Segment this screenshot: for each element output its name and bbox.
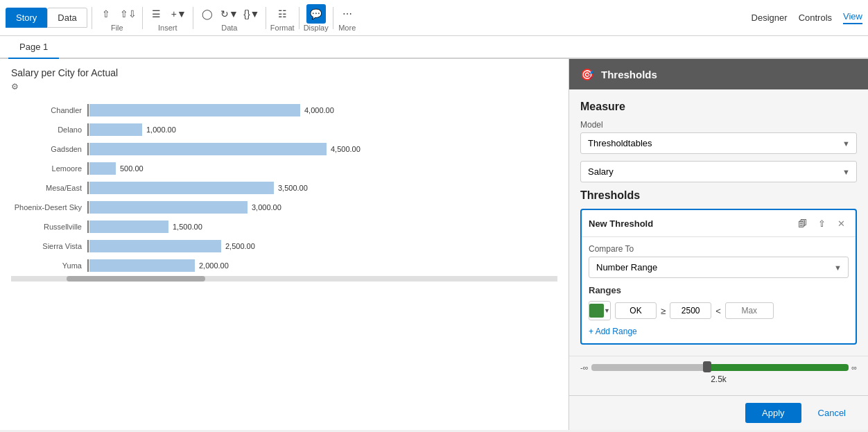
bar-baseline	[87, 221, 89, 233]
bar-label: Gadsden	[11, 145, 87, 153]
compare-to-select[interactable]: Number Range	[589, 257, 849, 278]
range-gte-input[interactable]	[670, 302, 711, 319]
range-status-input[interactable]	[615, 302, 657, 319]
toolbar-section-more: ⋯ More	[338, 4, 357, 32]
apply-button[interactable]: Apply	[745, 403, 801, 423]
bar-value-label: 1,500.00	[173, 223, 202, 231]
format-icon[interactable]: ☷	[272, 4, 292, 24]
field-select[interactable]: Salary	[580, 161, 857, 182]
range-row: ▼ ≥ <	[589, 301, 849, 320]
scrollbar[interactable]	[11, 276, 557, 282]
bar-fill[interactable]	[89, 143, 327, 155]
pointer-icon[interactable]: ⇧⇩	[119, 4, 138, 24]
divider-5	[299, 7, 300, 29]
add-icon[interactable]: +▼	[169, 4, 189, 24]
bar-row: Phoenix-Desert Sky3,000.00	[11, 200, 557, 215]
bar-fill[interactable]	[89, 123, 142, 136]
bar-baseline	[87, 143, 89, 155]
slider-thumb[interactable]	[703, 361, 711, 372]
divider-6	[333, 7, 333, 29]
slider-track[interactable]	[591, 364, 849, 371]
bar-fill[interactable]	[89, 162, 116, 175]
slider-section: -∞ ∞ 2.5k	[569, 356, 868, 395]
bar-row: Sierra Vista2,500.00	[11, 239, 557, 254]
field-select-wrapper: Salary ▼	[580, 161, 857, 182]
undo-icon[interactable]: ⇧	[96, 4, 116, 24]
bar-fill[interactable]	[89, 221, 168, 233]
refresh-icon[interactable]: ↻▼	[220, 4, 239, 24]
threshold-card-header: New Threshold 🗐 ⇧ ✕	[582, 210, 856, 237]
page-tab-1[interactable]: Page 1	[8, 36, 59, 59]
cancel-button[interactable]: Cancel	[807, 403, 857, 423]
model-label: Model	[580, 120, 857, 130]
ranges-label: Ranges	[589, 285, 849, 295]
panel-header: 🎯 Thresholds	[569, 59, 868, 89]
bar-value-label: 1,000.00	[146, 126, 176, 134]
bar-container: 3,500.00	[87, 182, 557, 194]
bar-fill[interactable]	[89, 201, 248, 214]
threshold-card-actions: 🗐 ⇧ ✕	[795, 216, 849, 231]
display-label: Display	[304, 24, 329, 32]
model-select[interactable]: Thresholdtables	[580, 132, 857, 154]
copy-threshold-button[interactable]: 🗐	[795, 216, 810, 231]
code-icon[interactable]: {}▼	[242, 4, 261, 24]
divider-2	[142, 7, 143, 29]
toolbar: Story Data ⇧ ⇧⇩ File ☰ +▼ Insert ◯ ↻▼	[0, 0, 868, 36]
chart-area: Salary per City for Actual ⚙ Chandler4,0…	[0, 59, 568, 430]
toolbar-section-insert: ☰ +▼ Insert	[147, 4, 189, 32]
designer-link[interactable]: Designer	[752, 12, 788, 23]
lt-symbol: <	[715, 306, 721, 316]
tab-data[interactable]: Data	[47, 8, 87, 28]
controls-link[interactable]: Controls	[799, 12, 832, 23]
more-label: More	[338, 24, 356, 32]
range-max-input[interactable]	[725, 302, 774, 319]
main-area: Salary per City for Actual ⚙ Chandler4,0…	[0, 59, 868, 430]
threshold-card-title: New Threshold	[589, 218, 653, 229]
view-link[interactable]: View	[843, 11, 862, 24]
bar-chart: Chandler4,000.00Delano1,000.00Gadsden4,5…	[11, 103, 557, 273]
bar-baseline	[87, 182, 89, 194]
toolbar-section-file: ⇧ ⇧⇩ File	[96, 4, 138, 32]
bar-row: Mesa/East3,500.00	[11, 180, 557, 196]
bar-row: Yuma2,000.00	[11, 258, 557, 273]
data-circle-icon[interactable]: ◯	[198, 4, 217, 24]
bar-row: Russellville1,500.00	[11, 219, 557, 234]
data-label: Data	[221, 24, 237, 32]
format-label: Format	[270, 24, 295, 32]
bar-label: Mesa/East	[11, 184, 87, 192]
align-icon[interactable]: ☰	[147, 4, 166, 24]
bar-fill[interactable]	[89, 259, 195, 272]
toolbar-section-data: ◯ ↻▼ {}▼ Data	[198, 4, 261, 32]
color-swatch[interactable]: ▼	[589, 301, 611, 320]
panel-title: Thresholds	[601, 69, 657, 80]
toolbar-section-format: ☷ Format	[270, 4, 295, 32]
bar-value-label: 3,500.00	[278, 184, 308, 192]
tab-story[interactable]: Story	[6, 8, 47, 28]
bar-fill[interactable]	[89, 182, 274, 194]
bar-container: 1,500.00	[87, 221, 557, 233]
bar-fill[interactable]	[89, 104, 300, 116]
close-threshold-button[interactable]: ✕	[833, 216, 849, 231]
compare-to-label: Compare To	[589, 244, 849, 254]
bar-value-label: 4,000.00	[304, 106, 334, 114]
bar-row: Delano1,000.00	[11, 122, 557, 137]
bar-fill[interactable]	[89, 240, 221, 252]
side-panel: 🎯 Thresholds Measure Model Thresholdtabl…	[568, 59, 868, 430]
panel-footer: Apply Cancel	[569, 395, 868, 430]
bar-container: 2,000.00	[87, 259, 557, 272]
scrollbar-thumb[interactable]	[67, 276, 205, 282]
collapse-threshold-button[interactable]: ⇧	[814, 216, 829, 231]
chart-settings-icon[interactable]: ⚙	[11, 82, 19, 92]
bar-label: Lemoore	[11, 164, 87, 173]
bar-baseline	[87, 162, 89, 175]
target-icon: 🎯	[580, 68, 594, 81]
slider-gray-segment	[591, 364, 707, 371]
add-range-button[interactable]: + Add Range	[589, 327, 637, 336]
toolbar-section-display: 💬 Display	[304, 4, 329, 32]
chat-icon[interactable]: 💬	[306, 4, 326, 24]
thresholds-section-title: Thresholds	[580, 189, 857, 202]
bar-label: Russellville	[11, 223, 87, 231]
more-icon[interactable]: ⋯	[338, 4, 357, 24]
bar-baseline	[87, 240, 89, 252]
chart-title: Salary per City for Actual	[11, 67, 557, 78]
